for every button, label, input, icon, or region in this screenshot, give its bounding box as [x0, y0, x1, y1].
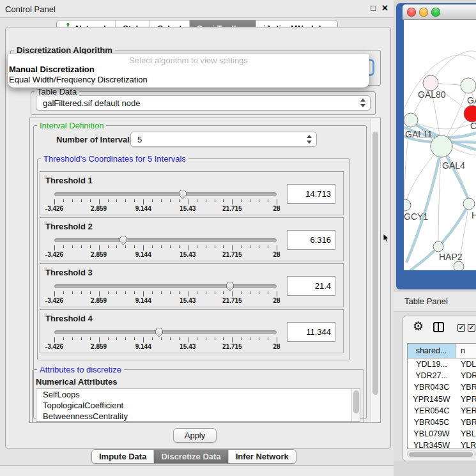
algorithm-dropdown-popup: Select algorithm to view settings Manual…	[8, 54, 369, 88]
algorithm-option-manual-discretization[interactable]: Manual Discretization	[8, 65, 369, 75]
slider-track[interactable]	[54, 192, 277, 196]
algorithm-option-equal-width-frequency-discretization[interactable]: Equal Width/Frequency Discretization	[8, 75, 369, 85]
close-traffic-light[interactable]	[407, 8, 416, 17]
network-graph[interactable]: GAL80GACGAL11GAL4GCY1HHAP2	[404, 20, 476, 270]
cell-shared-name[interactable]: YBL079W	[408, 428, 456, 440]
cell-name[interactable]: YBL0	[456, 428, 476, 440]
close-icon[interactable]: ✕	[381, 3, 388, 13]
slider-tick	[206, 199, 206, 202]
attribute-item-selfloops[interactable]: SelfLoops	[36, 389, 360, 400]
network-node-hap2[interactable]	[433, 242, 443, 252]
gear-icon[interactable]: ⚙	[413, 320, 424, 333]
cell-shared-name[interactable]: YBR045C	[408, 417, 456, 428]
cell-name[interactable]: YDR2	[456, 370, 476, 381]
split-view-icon[interactable]	[433, 322, 444, 332]
slider-tick	[134, 337, 135, 340]
table-hscrollbar-thumb[interactable]	[409, 452, 473, 457]
slider-thumb[interactable]	[225, 280, 235, 292]
cell-name[interactable]: YPR1	[456, 394, 476, 405]
main-scrollbar-thumb[interactable]	[372, 132, 378, 395]
threshold-slider[interactable]: -3.4262.8599.14415.4321.71528	[54, 281, 277, 305]
table-row[interactable]: YLR345WYLR3	[408, 440, 476, 449]
network-node-gal4[interactable]	[431, 135, 452, 157]
node-table[interactable]: shared... n YDL19...YDL1YDR27...YDR2YBR0…	[407, 343, 476, 449]
threshold-value-field[interactable]	[287, 184, 335, 204]
slider-tick	[232, 199, 233, 204]
slider-thumb[interactable]	[118, 234, 128, 246]
numerical-attributes-list[interactable]: SelfLoopsTopologicalCoefficientBetweenne…	[36, 388, 360, 422]
table-row[interactable]: YBR043CYBR0	[408, 381, 476, 393]
float-window-icon[interactable]: □	[371, 3, 376, 13]
attributes-list-scrollbar[interactable]	[351, 389, 360, 421]
column-header-shared[interactable]: shared...	[408, 344, 456, 358]
slider-tick	[241, 291, 242, 294]
checkbox-icon[interactable]: ✓	[457, 324, 465, 332]
table-row[interactable]: YBL079WYBL0	[408, 428, 476, 440]
slider-tick	[197, 245, 197, 248]
slider-tick	[277, 199, 277, 204]
slider-track[interactable]	[54, 238, 277, 242]
table-row[interactable]: YER054CYER0	[408, 405, 476, 417]
network-canvas[interactable]: GAL80GACGAL11GAL4GCY1HHAP2	[404, 20, 476, 270]
slider-tick	[170, 337, 171, 340]
minimize-traffic-light[interactable]	[419, 8, 428, 17]
cell-name[interactable]: YLR3	[456, 440, 476, 449]
attributes-scrollbar-thumb[interactable]	[353, 390, 359, 413]
slider-tick	[268, 245, 268, 248]
table-horizontal-scrollbar[interactable]	[407, 450, 476, 457]
network-node-c[interactable]	[464, 105, 476, 122]
slider-tick	[188, 337, 188, 342]
table-row[interactable]: YBR045CYBR0	[408, 417, 476, 428]
slider-tick	[143, 199, 144, 204]
threshold-value-field[interactable]	[287, 276, 335, 296]
column-header-name[interactable]: n	[456, 344, 476, 358]
checkbox-icon[interactable]: ✓	[468, 324, 475, 332]
network-node-gal80[interactable]	[423, 75, 438, 91]
slider-thumb[interactable]	[154, 326, 164, 338]
tab-discretize-data[interactable]: Discretize Data	[154, 450, 228, 463]
cell-name[interactable]: YER0	[456, 405, 476, 417]
cell-shared-name[interactable]: YBR043C	[408, 381, 456, 393]
network-node-gcy1[interactable]	[404, 199, 411, 211]
cell-name[interactable]: YBR0	[456, 417, 476, 428]
tab-infer-network[interactable]: Infer Network	[229, 450, 296, 463]
number-of-intervals-combobox[interactable]: 5	[130, 132, 317, 147]
threshold-value-field[interactable]	[287, 230, 335, 250]
threshold-slider[interactable]: -3.4262.8599.14415.4321.71528	[54, 327, 277, 351]
threshold-slider[interactable]: -3.4262.8599.14415.4321.71528	[54, 189, 277, 213]
cell-shared-name[interactable]: YER054C	[408, 405, 456, 417]
number-of-intervals-label: Number of Intervals	[56, 135, 134, 144]
network-window-titlebar[interactable]	[403, 4, 476, 20]
attribute-item-topologicalcoefficient[interactable]: TopologicalCoefficient	[36, 400, 360, 411]
main-vertical-scrollbar[interactable]	[371, 119, 380, 422]
slider-track[interactable]	[54, 284, 277, 288]
network-node[interactable]	[454, 261, 464, 270]
cell-shared-name[interactable]: YDR27...	[408, 370, 456, 381]
apply-button[interactable]: Apply	[173, 428, 217, 443]
attribute-item-betweennesscentrality[interactable]: BetweennessCentrality	[36, 411, 360, 422]
bottom-strip	[0, 466, 394, 476]
slider-tick	[215, 245, 215, 248]
network-node-gal11[interactable]	[404, 113, 418, 127]
cell-shared-name[interactable]: YDL19...	[408, 358, 456, 370]
network-node-ga[interactable]	[461, 78, 476, 93]
threshold-slider[interactable]: -3.4262.8599.14415.4321.71528	[54, 235, 277, 259]
cell-shared-name[interactable]: YLR345W	[408, 440, 456, 449]
thresholds-group-title: Threshold's Coordinates for 5 Intervals	[41, 154, 188, 164]
slider-track[interactable]	[54, 330, 277, 334]
tab-impute-data[interactable]: Impute Data	[92, 450, 154, 463]
slider-tick	[152, 337, 153, 340]
table-row[interactable]: YPR145WYPR1	[408, 394, 476, 405]
slider-tick	[125, 199, 126, 202]
table-row[interactable]: YDR27...YDR2	[408, 370, 476, 381]
zoom-traffic-light[interactable]	[431, 8, 440, 17]
network-node-h[interactable]	[463, 198, 475, 210]
cell-name[interactable]: YBR0	[456, 381, 476, 393]
slider-tick	[170, 245, 171, 248]
threshold-value-field[interactable]	[287, 322, 335, 342]
cell-shared-name[interactable]: YPR145W	[408, 394, 456, 405]
cell-name[interactable]: YDL1	[456, 358, 476, 370]
table-data-combobox[interactable]: galFiltered.sif default node	[36, 95, 371, 111]
slider-thumb[interactable]	[178, 188, 188, 200]
table-row[interactable]: YDL19...YDL1	[408, 358, 476, 370]
